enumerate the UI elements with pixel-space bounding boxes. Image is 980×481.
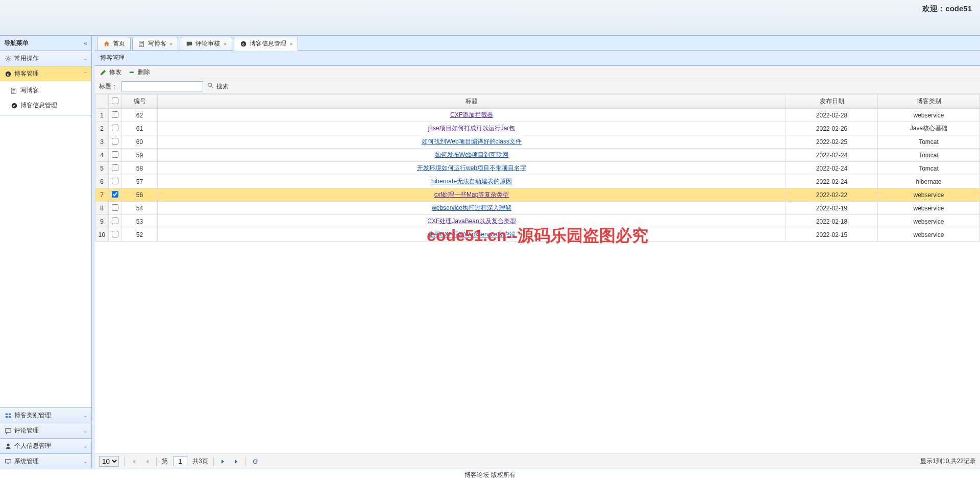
close-icon[interactable]: × xyxy=(223,41,226,47)
id-cell: 58 xyxy=(122,162,158,175)
sidebar-panel-common[interactable]: 常用操作 ⌄ xyxy=(0,51,91,66)
delete-button[interactable]: 删除 xyxy=(128,68,150,77)
date-header[interactable]: 发布日期 xyxy=(786,94,878,109)
row-number: 6 xyxy=(95,175,109,188)
search-button[interactable]: 搜索 xyxy=(207,82,229,91)
row-number: 8 xyxy=(95,202,109,215)
table-row[interactable]: 360如何找到Web项目编译好的class文件2022-02-25Tomcat xyxy=(95,135,980,149)
chevron-down-icon: ⌄ xyxy=(83,443,87,449)
row-checkbox[interactable] xyxy=(112,204,118,211)
close-icon[interactable]: × xyxy=(169,41,173,47)
id-cell: 61 xyxy=(122,122,158,135)
sidebar-panel-comment[interactable]: 评论管理 ⌄ xyxy=(0,423,91,438)
person-icon xyxy=(4,442,12,450)
review-icon xyxy=(185,40,193,48)
page-size-select[interactable]: 10 xyxy=(99,456,119,467)
title-header[interactable]: 标题 xyxy=(158,94,786,109)
check-all-header xyxy=(109,94,122,109)
row-checkbox[interactable] xyxy=(112,231,118,237)
date-cell: 2022-02-24 xyxy=(786,162,878,175)
sidebar-panel-category[interactable]: 博客类别管理 ⌄ xyxy=(0,407,91,423)
title-link[interactable]: j2se项目如何打成可以运行Jar包 xyxy=(428,125,516,132)
row-checkbox[interactable] xyxy=(112,218,118,224)
category-cell: Tomcat xyxy=(878,135,980,149)
tab-review[interactable]: 评论审核 × xyxy=(180,37,232,50)
pencil-icon xyxy=(99,68,107,77)
prev-page-button[interactable] xyxy=(143,458,151,466)
title-cell: 使用CXF开发WebService客户端 xyxy=(158,228,786,242)
date-cell: 2022-02-19 xyxy=(786,202,878,215)
edit-button[interactable]: 修改 xyxy=(99,68,121,77)
table-row[interactable]: 756cxf处理一些Map等复杂类型2022-02-22webservice xyxy=(95,188,980,202)
edit-label: 修改 xyxy=(109,68,121,77)
row-checkbox[interactable] xyxy=(112,125,118,131)
gear-icon xyxy=(4,55,12,63)
title-link[interactable]: webservice执行过程深入理解 xyxy=(432,204,511,211)
svg-rect-7 xyxy=(9,413,11,415)
check-all[interactable] xyxy=(112,98,118,104)
table-row[interactable]: 953CXF处理JavaBean以及复合类型2022-02-18webservi… xyxy=(95,215,980,228)
chevron-down-icon: ⌄ xyxy=(83,413,87,418)
id-cell: 54 xyxy=(122,202,158,215)
first-page-button[interactable] xyxy=(130,458,138,466)
collapse-left-icon[interactable]: « xyxy=(84,40,87,47)
category-cell: webservice xyxy=(878,188,980,202)
search-input[interactable] xyxy=(121,81,203,91)
svg-rect-6 xyxy=(6,413,8,415)
svg-text:e: e xyxy=(7,71,10,76)
next-page-button[interactable] xyxy=(219,458,227,466)
row-number: 5 xyxy=(95,162,109,175)
category-cell: hibernate xyxy=(878,175,980,188)
table-row[interactable]: 162CXF添加拦截器2022-02-28webservice xyxy=(95,109,980,122)
svg-rect-15 xyxy=(130,71,134,73)
sidebar-panel-blog[interactable]: e 博客管理 ⌃ xyxy=(0,66,91,81)
nav-title: 导航菜单 « xyxy=(0,36,91,51)
search-label: 标题： xyxy=(99,82,117,91)
tab-write-blog[interactable]: 写博客 × xyxy=(132,37,178,50)
sidebar-panel-system[interactable]: 系统管理 ⌄ xyxy=(0,453,91,469)
table-row[interactable]: 1052使用CXF开发WebService客户端2022-02-15webser… xyxy=(95,228,980,242)
sidebar-panel-label: 个人信息管理 xyxy=(14,442,51,450)
sidebar-item-blog-info[interactable]: e 博客信息管理 xyxy=(0,98,91,113)
page-prefix: 第 xyxy=(162,457,168,466)
tab-blog-info[interactable]: e 博客信息管理 × xyxy=(234,37,298,51)
blog-icon: e xyxy=(4,70,12,78)
row-num-header xyxy=(95,94,109,109)
title-link[interactable]: CXF添加拦截器 xyxy=(450,111,493,118)
write-icon xyxy=(138,40,146,48)
category-cell: Tomcat xyxy=(878,149,980,162)
title-link[interactable]: 如何发布Web项目到互联网 xyxy=(435,151,508,158)
table-row[interactable]: 854webservice执行过程深入理解2022-02-19webservic… xyxy=(95,202,980,215)
nav-item-label: 博客信息管理 xyxy=(20,101,57,110)
date-cell: 2022-02-18 xyxy=(786,215,878,228)
table-row[interactable]: 657hibernate无法自动建表的原因2022-02-24hibernate xyxy=(95,175,980,188)
table-row[interactable]: 261j2se项目如何打成可以运行Jar包2022-02-26Java核心基础 xyxy=(95,122,980,135)
id-header[interactable]: 编号 xyxy=(122,94,158,109)
table-row[interactable]: 558开发环境如何运行web项目不带项目名字2022-02-24Tomcat xyxy=(95,162,980,175)
row-number: 2 xyxy=(95,122,109,135)
row-checkbox[interactable] xyxy=(112,164,118,171)
title-link[interactable]: CXF处理JavaBean以及复合类型 xyxy=(427,218,516,225)
title-link[interactable]: 使用CXF开发WebService客户端 xyxy=(428,231,516,238)
svg-text:e: e xyxy=(13,103,16,108)
refresh-button[interactable] xyxy=(251,458,259,466)
page-input[interactable] xyxy=(173,456,187,466)
row-checkbox[interactable] xyxy=(112,151,118,158)
row-checkbox[interactable] xyxy=(112,111,118,118)
category-header[interactable]: 博客类别 xyxy=(878,94,980,109)
title-link[interactable]: hibernate无法自动建表的原因 xyxy=(431,178,512,185)
row-checkbox[interactable] xyxy=(112,138,118,145)
svg-point-0 xyxy=(7,57,9,59)
row-checkbox[interactable] xyxy=(112,191,118,198)
sidebar-panel-profile[interactable]: 个人信息管理 ⌄ xyxy=(0,438,91,453)
close-icon[interactable]: × xyxy=(289,41,292,47)
title-link[interactable]: cxf处理一些Map等复杂类型 xyxy=(434,191,509,198)
last-page-button[interactable] xyxy=(232,458,240,466)
title-link[interactable]: 开发环境如何运行web项目不带项目名字 xyxy=(417,164,526,172)
sidebar-item-write-blog[interactable]: 写博客 xyxy=(0,83,91,98)
row-checkbox[interactable] xyxy=(112,178,118,184)
date-cell: 2022-02-25 xyxy=(786,135,878,149)
table-row[interactable]: 459如何发布Web项目到互联网2022-02-24Tomcat xyxy=(95,149,980,162)
title-link[interactable]: 如何找到Web项目编译好的class文件 xyxy=(422,138,522,145)
tab-home[interactable]: 首页 xyxy=(97,37,131,50)
